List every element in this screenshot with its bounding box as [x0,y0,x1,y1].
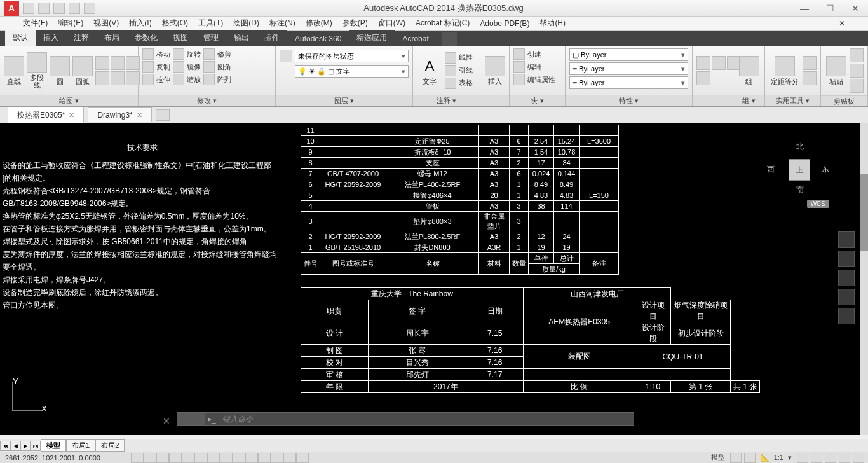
arc-button[interactable]: 圆弧 [72,56,93,85]
menu-insert[interactable]: 插入(I) [125,17,155,30]
block-edit-icon[interactable] [513,61,525,73]
panel-layer-label[interactable]: 图层 ▾ [276,95,412,106]
block-create-icon[interactable] [513,48,525,60]
tab-param[interactable]: 参数化 [127,30,165,46]
maximize-button[interactable]: ☐ [817,0,843,16]
scale-icon[interactable] [173,74,184,85]
tab-settings-icon[interactable] [442,32,457,46]
qat-open-icon[interactable] [38,3,50,14]
cmdline-icon[interactable] [177,413,191,425]
viewcube-e[interactable]: 东 [822,164,829,175]
region-icon[interactable] [126,71,140,85]
layerprop-icon[interactable] [280,50,292,62]
qat-undo-icon[interactable] [69,3,80,14]
menu-param[interactable]: 参数(P) [339,17,372,30]
tab-annotate[interactable]: 注释 [66,30,97,46]
ortho-toggle[interactable] [156,453,169,463]
close-button[interactable]: ✕ [843,0,868,16]
stretch-icon[interactable] [142,74,154,85]
point-icon[interactable] [111,71,125,85]
tab-close-icon[interactable]: ✕ [137,111,142,120]
qat-new-icon[interactable] [23,3,34,14]
tab-layout[interactable]: 布局 [97,30,127,46]
sc-toggle[interactable] [283,453,296,463]
menu-draw[interactable]: 绘图(D) [229,17,263,30]
app-logo-icon[interactable]: A [4,1,19,16]
linetype-dropdown[interactable]: ━ ByLayer▾ [569,76,688,89]
copy-clip-icon[interactable] [850,64,864,78]
fillet-icon[interactable] [203,61,215,73]
doc-tab[interactable]: 换热器E0305*✕ [8,107,84,123]
panel-block-label[interactable]: 块 ▾ [510,95,565,106]
lwt-toggle[interactable] [245,453,258,463]
tab-acrobat[interactable]: Acrobat [395,32,436,46]
cmdline-recent-icon[interactable] [191,413,205,425]
status-icon[interactable] [853,453,864,463]
dyn-toggle[interactable] [233,453,245,463]
layout-model[interactable]: 模型 [41,439,66,452]
paste-button[interactable]: 粘贴 [825,56,847,85]
command-line[interactable]: ▸_ 键入命令 [177,412,634,426]
menu-modify[interactable]: 修改(M) [302,17,336,30]
text-button[interactable]: A文字 [417,56,442,85]
array-icon[interactable] [203,74,215,85]
move-icon[interactable] [142,48,154,60]
otrack-toggle[interactable] [207,453,220,463]
tab-featured[interactable]: 精选应用 [349,30,395,46]
tab-close-icon[interactable]: ✕ [69,111,74,120]
spline-icon[interactable] [111,56,125,70]
ellipse-icon[interactable] [126,56,140,70]
status-icon[interactable] [839,453,850,463]
group-button[interactable]: 组 [737,56,761,85]
new-tab-button[interactable] [156,109,170,121]
misc-icon[interactable] [696,71,710,85]
panel-modify-label[interactable]: 修改 ▾ [139,95,275,106]
status-icon[interactable] [811,453,822,463]
tab-360[interactable]: Autodesk 360 [287,32,349,46]
tab-view[interactable]: 视图 [165,30,196,46]
menu-window[interactable]: 窗口(W) [374,17,409,30]
nav-zoom-icon[interactable] [838,270,855,286]
viewcube-n[interactable]: 北 [796,141,804,152]
polyline-button[interactable]: 多段线 [27,52,47,89]
lineweight-dropdown[interactable]: ━ ByLayer▾ [569,62,688,75]
qat-save-icon[interactable] [53,3,65,14]
vertical-scrollbar[interactable] [860,123,868,435]
menu-view[interactable]: 视图(V) [90,17,123,30]
match-icon[interactable] [850,79,864,93]
cut-icon[interactable] [850,48,864,62]
qp-toggle[interactable] [271,453,283,463]
hatch-icon[interactable] [95,71,109,85]
layout-tab[interactable]: 布局2 [95,439,125,452]
mirror-icon[interactable] [173,61,184,73]
tab-addins[interactable]: 插件 [257,30,287,46]
panel-annot-label[interactable]: 注释 ▾ [413,95,480,106]
viewcube-w[interactable]: 西 [767,164,775,175]
menu-help[interactable]: 帮助(H) [536,17,569,30]
color-dropdown[interactable]: ▢ ByLayer▾ [569,48,688,61]
copy-icon[interactable] [142,61,154,73]
ducs-toggle[interactable] [220,453,233,463]
doc-tab[interactable]: Drawing3*✕ [88,107,151,122]
layout-next-icon[interactable]: ▶ [20,441,31,451]
status-model-button[interactable]: 模型 [709,453,728,462]
status-icon[interactable] [730,453,742,463]
util-icon[interactable] [803,56,817,70]
view-cube[interactable]: 上 北 南 西 东 [761,134,837,210]
layout-first-icon[interactable]: ⏮ [0,441,10,451]
misc-icon[interactable] [696,56,710,70]
grid-toggle[interactable] [144,453,156,463]
nav-orbit-icon[interactable] [838,289,855,305]
panel-group-label[interactable]: 组 ▾ [733,95,764,106]
layer-state-dropdown[interactable]: 未保存的图层状态▾ [295,50,409,62]
tab-default[interactable]: 默认 [5,30,36,46]
panel-clip-label[interactable]: 剪贴板 [821,95,867,106]
minimize-button[interactable]: — [792,0,817,16]
layout-tab[interactable]: 布局1 [66,439,95,452]
layout-last-icon[interactable]: ⏭ [31,441,41,451]
ribbon-minimize-icon[interactable]: — [818,18,834,29]
nav-wheel-icon[interactable] [838,232,855,248]
panel-util-label[interactable]: 实用工具 ▾ [765,95,820,106]
insert-button[interactable]: 插入 [484,56,505,85]
status-icon[interactable] [797,453,808,463]
